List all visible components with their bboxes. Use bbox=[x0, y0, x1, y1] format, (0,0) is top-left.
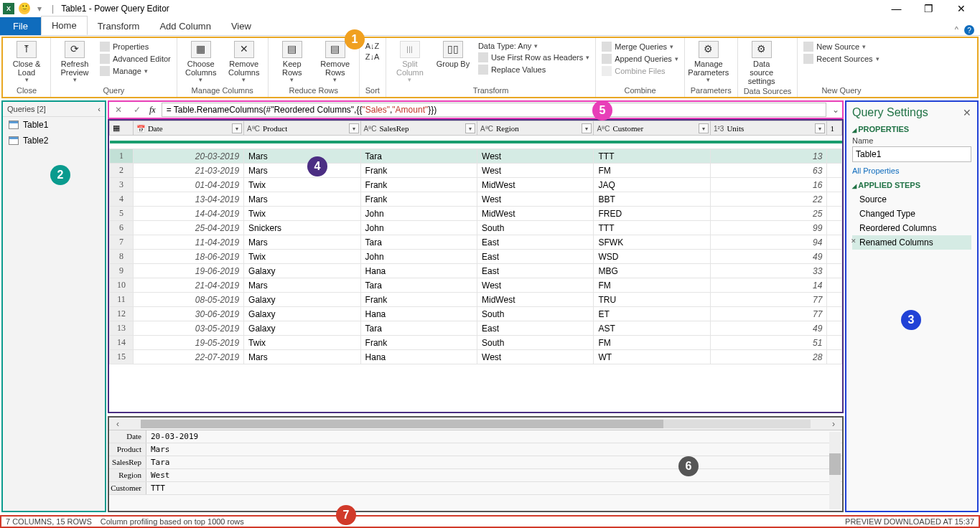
maximize-button[interactable]: ❐ bbox=[913, 3, 945, 14]
column-header[interactable]: 📅Date▾ bbox=[133, 121, 243, 136]
data-grid: ▦📅Date▾AᴮCProduct▾AᴮCSalesRep▾AᴮCRegion▾… bbox=[108, 119, 844, 413]
filter-dropdown-icon[interactable]: ▾ bbox=[232, 123, 242, 133]
recent-sources-button[interactable]: Recent Sources bbox=[803, 53, 879, 65]
applied-step[interactable]: Reordered Columns bbox=[852, 221, 971, 235]
query-name-input[interactable] bbox=[852, 146, 971, 162]
table-row[interactable]: 818-06-2019TwixJohnEastWSD49 bbox=[110, 250, 842, 264]
help-icon[interactable]: ? bbox=[964, 25, 974, 35]
table-row[interactable]: 919-06-2019GalaxyHanaEastMBG33 bbox=[110, 264, 842, 278]
remove-columns-button[interactable]: ✕Remove Columns bbox=[226, 41, 262, 84]
split-column-icon: ⫼ bbox=[400, 41, 420, 58]
merge-icon bbox=[602, 42, 612, 52]
filter-dropdown-icon[interactable]: ▾ bbox=[699, 123, 709, 133]
remove-columns-icon: ✕ bbox=[234, 41, 254, 58]
enter-formula-icon[interactable]: ✓ bbox=[131, 105, 144, 115]
query-settings-pane: Query Settings✕ PROPERTIES Name All Prop… bbox=[845, 100, 979, 512]
data-source-icon: ⚙ bbox=[752, 41, 772, 58]
record-preview: ‹ › Date20-03-2019ProductMarsSalesRepTar… bbox=[108, 416, 844, 512]
table-row[interactable]: 1230-06-2019GalaxyHanaSouthET77 bbox=[110, 307, 842, 321]
query-item[interactable]: Table1 bbox=[3, 117, 105, 133]
table-row[interactable]: 625-04-2019SnickersJohnSouthTTT99 bbox=[110, 221, 842, 235]
tab-file[interactable]: File bbox=[0, 17, 41, 35]
remove-rows-icon: ▤ bbox=[325, 41, 345, 58]
name-label: Name bbox=[852, 136, 971, 145]
tab-add-column[interactable]: Add Column bbox=[149, 17, 221, 35]
refresh-preview-button[interactable]: ⟳Refresh Preview bbox=[57, 41, 93, 84]
column-header[interactable]: 1²3Units▾ bbox=[710, 121, 826, 136]
table-row[interactable]: 1522-07-2019MarsHanaWestWT28 bbox=[110, 350, 842, 364]
status-profiling: Column profiling based on top 1000 rows bbox=[101, 517, 244, 526]
column-header[interactable]: AᴮCRegion▾ bbox=[477, 121, 594, 136]
keep-rows-button[interactable]: ▤Keep Rows bbox=[274, 41, 310, 84]
collapse-queries-icon[interactable]: ‹ bbox=[98, 105, 101, 113]
chevron-up-icon[interactable]: ^ bbox=[955, 25, 958, 35]
column-header[interactable]: AᴮCCustomer▾ bbox=[594, 121, 710, 136]
applied-step[interactable]: Source bbox=[852, 192, 971, 207]
table-row[interactable]: 1108-05-2019GalaxyFrankMidWestTRU77 bbox=[110, 293, 842, 307]
filter-dropdown-icon[interactable]: ▾ bbox=[582, 123, 592, 133]
table-icon bbox=[9, 136, 19, 145]
table-row[interactable]: 1419-05-2019TwixFrankSouthFM51 bbox=[110, 336, 842, 350]
scroll-right-icon[interactable]: › bbox=[832, 419, 835, 429]
table-icon bbox=[9, 121, 19, 129]
type-icon: AᴮC bbox=[597, 125, 610, 133]
applied-step[interactable]: Changed Type bbox=[852, 207, 971, 221]
advanced-editor-icon bbox=[100, 54, 110, 64]
group-sort: Sort bbox=[365, 85, 380, 97]
column-header[interactable]: AᴮCProduct▾ bbox=[244, 121, 360, 136]
manage-icon bbox=[100, 66, 110, 76]
table-row[interactable]: 221-03-2019MarsFrankWestFM63 bbox=[110, 164, 842, 178]
cancel-formula-icon[interactable]: ✕ bbox=[112, 105, 125, 115]
formula-expand-icon[interactable]: ⌄ bbox=[832, 105, 839, 115]
close-window-button[interactable]: ✕ bbox=[945, 3, 977, 14]
split-column-button[interactable]: ⫼Split Column bbox=[392, 41, 428, 84]
merge-queries-button[interactable]: Merge Queries bbox=[602, 41, 678, 52]
group-by-button[interactable]: ▯▯Group By bbox=[435, 41, 471, 68]
new-source-button[interactable]: New Source bbox=[803, 41, 879, 52]
append-queries-button[interactable]: Append Queries bbox=[602, 53, 678, 65]
status-preview-time: PREVIEW DOWNLOADED AT 15:37 bbox=[845, 517, 974, 526]
manage-button[interactable]: Manage bbox=[100, 65, 171, 77]
vertical-scrollbar[interactable] bbox=[829, 432, 841, 509]
data-source-settings-button[interactable]: ⚙Data source settings bbox=[744, 41, 780, 85]
table-row[interactable]: 413-04-2019MarsFrankWestBBT22 bbox=[110, 192, 842, 207]
close-settings-icon[interactable]: ✕ bbox=[963, 107, 971, 118]
table-corner-icon[interactable]: ▦ bbox=[110, 121, 134, 136]
advanced-editor-button[interactable]: Advanced Editor bbox=[100, 53, 171, 65]
table-row[interactable]: 1303-05-2019GalaxyTaraEastAST49 bbox=[110, 321, 842, 336]
status-columns-rows: 7 COLUMNS, 15 ROWS bbox=[6, 517, 92, 526]
minimize-button[interactable]: — bbox=[880, 3, 913, 14]
remove-rows-button[interactable]: ▤Remove Rows bbox=[317, 41, 353, 84]
settings-title: Query Settings bbox=[852, 106, 928, 119]
sort-asc-button[interactable]: A↓Z bbox=[365, 41, 380, 51]
table-row[interactable]: 120-03-2019MarsTaraWestTTT13 bbox=[110, 149, 842, 164]
tab-home[interactable]: Home bbox=[41, 16, 88, 35]
tab-transform[interactable]: Transform bbox=[88, 17, 150, 35]
choose-columns-button[interactable]: ▦Choose Columns bbox=[183, 41, 219, 84]
filter-dropdown-icon[interactable]: ▾ bbox=[349, 123, 359, 133]
filter-dropdown-icon[interactable]: ▾ bbox=[465, 123, 475, 133]
table-row[interactable]: 711-04-2019MarsTaraEastSFWK94 bbox=[110, 235, 842, 250]
manage-parameters-button[interactable]: ⚙Manage Parameters bbox=[691, 41, 727, 84]
table-row[interactable]: 1021-04-2019MarsTaraWestFM14 bbox=[110, 278, 842, 293]
queries-pane: Queries [2]‹ Table1Table2 2 bbox=[1, 100, 106, 512]
column-header[interactable]: AᴮCSalesRep▾ bbox=[360, 121, 477, 136]
filter-dropdown-icon[interactable]: ▾ bbox=[815, 123, 825, 133]
data-type-button[interactable]: Data Type: Any bbox=[478, 41, 589, 51]
applied-step[interactable]: Renamed Columns bbox=[852, 235, 971, 250]
horizontal-scrollbar[interactable]: ‹ › bbox=[109, 418, 842, 430]
table-row[interactable]: 301-04-2019TwixFrankMidWestJAQ16 bbox=[110, 178, 842, 192]
combine-files-button[interactable]: Combine Files bbox=[602, 65, 678, 77]
replace-values-button[interactable]: Replace Values bbox=[478, 64, 589, 75]
sort-desc-button[interactable]: Z↓A bbox=[365, 52, 380, 62]
formula-input[interactable]: = Table.RenameColumns(#"Reordered Column… bbox=[162, 103, 826, 117]
properties-button[interactable]: Properties bbox=[100, 41, 171, 52]
first-row-headers-button[interactable]: Use First Row as Headers bbox=[478, 52, 589, 63]
scroll-left-icon[interactable]: ‹ bbox=[116, 419, 119, 429]
tab-view[interactable]: View bbox=[221, 17, 261, 35]
close-load-button[interactable]: ⤒Close & Load bbox=[9, 41, 45, 84]
all-properties-link[interactable]: All Properties bbox=[852, 166, 971, 175]
fx-icon[interactable]: fx bbox=[149, 105, 156, 116]
query-item[interactable]: Table2 bbox=[3, 133, 105, 148]
table-row[interactable]: 514-04-2019TwixJohnMidWestFRED25 bbox=[110, 207, 842, 221]
